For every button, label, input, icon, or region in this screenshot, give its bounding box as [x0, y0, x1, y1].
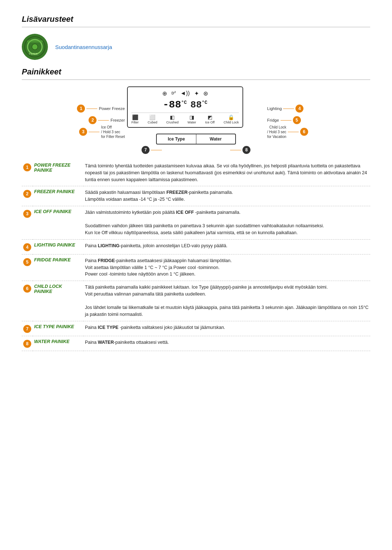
badge-7-row: 7	[142, 146, 162, 154]
panel-display: ⊕ ᴅ² ◄)) ✦ ⊛ -88°C 88°C ⬛	[127, 86, 243, 128]
desc-num-8: 8	[22, 336, 33, 351]
desc-name-1: POWER FREEZEPAINIKE	[33, 160, 83, 186]
desc-num-5: 5	[22, 254, 33, 281]
accessories-section: Lisävarusteet FILTER Suodantinasennussar…	[22, 15, 370, 60]
bottom-badges-row: 7 8	[127, 146, 265, 154]
desc-row-4: 4LIGHTING PAINIKEPaina LIGHTING-painiket…	[22, 239, 370, 254]
label-text-1: Power Freeze	[99, 106, 125, 111]
label-1: 1 Power Freeze	[77, 103, 125, 114]
accessory-image: FILTER	[22, 34, 48, 60]
connector-1	[86, 109, 97, 109]
badge-2: 2	[89, 116, 97, 124]
icon-sound: ◄))	[180, 90, 190, 97]
connector-5	[281, 120, 291, 121]
bottom-panel-wrapper: Ice Type Water	[127, 134, 265, 144]
badge-4: 4	[295, 105, 303, 113]
panel-top-icons: ⊕ ᴅ² ◄)) ✦ ⊛	[131, 90, 239, 97]
desc-row-2: 2FREEZER PAINIKESäädä pakastin haluamaas…	[22, 186, 370, 206]
label-4: Lighting 4	[267, 103, 303, 114]
buttons-section: Painikkeet 1 Power Freeze 2 Freezer 3	[22, 67, 370, 351]
icon-water: ◨ Water	[188, 114, 196, 124]
desc-num-6: 6	[22, 281, 33, 321]
badge-8-row: 8	[230, 146, 250, 154]
desc-num-4: 4	[22, 239, 33, 254]
connector-3	[89, 132, 99, 132]
icon-cubed: ⬜ Cubed	[148, 114, 158, 124]
icon-d2: ᴅ²	[171, 90, 176, 97]
label-text-6: Child Lock/ Hold 3 secfor Vacation	[267, 125, 286, 139]
icon-circle: ⊛	[203, 90, 208, 97]
icon-sun: ✦	[194, 90, 199, 97]
bottom-panel-right-label	[236, 134, 265, 144]
buttons-title: Painikkeet	[22, 67, 370, 77]
desc-badge-5: 5	[23, 258, 31, 266]
badge-5: 5	[293, 116, 301, 124]
desc-name-6: CHILD LOCKPAINIKE	[33, 281, 83, 321]
accessory-label: Suodantinasennussarja	[55, 44, 112, 50]
accessories-row: FILTER Suodantinasennussarja	[22, 34, 370, 60]
desc-row-8: 8WATER PAINIKEPaina WATER-painiketta ott…	[22, 336, 370, 351]
desc-text-4: Paina LIGHTING-painiketta, jolloin annos…	[83, 239, 370, 254]
badge-8: 8	[242, 146, 250, 154]
ice-type-cell: Ice Type	[157, 134, 196, 144]
control-panel: ⊕ ᴅ² ◄)) ✦ ⊛ -88°C 88°C ⬛	[127, 86, 265, 154]
desc-badge-6: 6	[23, 285, 31, 293]
desc-badge-3: 3	[23, 210, 31, 218]
badge-7: 7	[142, 146, 150, 154]
desc-name-5: FRIDGE PAINIKE	[33, 254, 83, 281]
desc-row-6: 6CHILD LOCKPAINIKETätä painiketta painam…	[22, 281, 370, 321]
badge-3: 3	[79, 128, 87, 136]
label-text-3: Ice Off/ Hold 3 secfor Filter Reset	[101, 125, 125, 139]
buttons-diagram: 1 Power Freeze 2 Freezer 3 Ice Off/ Hold…	[22, 86, 370, 154]
desc-text-6: Tätä painiketta painamalla kaikki painik…	[83, 281, 370, 321]
desc-text-7: Paina ICE TYPE -painiketta valitaksesi j…	[83, 321, 370, 336]
desc-name-8: WATER PAINIKE	[33, 336, 83, 351]
label-2: 2 Freezer	[89, 115, 125, 125]
svg-point-2	[32, 44, 38, 50]
left-labels: 1 Power Freeze 2 Freezer 3 Ice Off/ Hold…	[74, 103, 125, 137]
desc-num-2: 2	[22, 186, 33, 206]
accessories-title: Lisävarusteet	[22, 15, 370, 24]
label-5: Fridge 5	[267, 115, 301, 125]
icon-crushed: ◧ Crushed	[166, 114, 179, 124]
desc-num-1: 1	[22, 160, 33, 186]
icon-wifi: ⊕	[162, 90, 167, 97]
desc-text-3: Jään valmistustoiminto kytketään pois pä…	[83, 206, 370, 239]
desc-row-1: 1POWER FREEZEPAINIKETämä toiminto lyhent…	[22, 160, 370, 186]
desc-num-7: 7	[22, 321, 33, 336]
desc-badge-8: 8	[23, 340, 31, 348]
arrow-7	[151, 150, 162, 150]
desc-text-8: Paina WATER-painiketta ottaaksesi vettä.	[83, 336, 370, 351]
svg-text:FILTER: FILTER	[29, 53, 38, 55]
panel-temps: -88°C 88°C	[131, 99, 239, 110]
desc-text-2: Säädä pakastin haluamaasi lämpötilaan FR…	[83, 186, 370, 206]
desc-name-4: LIGHTING PAINIKE	[33, 239, 83, 254]
desc-name-3: ICE OFF PAINIKE	[33, 206, 83, 239]
buttons-divider	[22, 80, 370, 80]
desc-name-2: FREEZER PAINIKE	[33, 186, 83, 206]
badge-6: 6	[300, 128, 308, 136]
bottom-panel-left-label	[127, 134, 156, 144]
connector-4	[283, 109, 294, 109]
accessories-divider	[22, 27, 370, 27]
water-cell: Water	[196, 134, 236, 144]
desc-row-5: 5FRIDGE PAINIKEPaina FRIDGE-painiketta a…	[22, 254, 370, 281]
desc-row-7: 7ICE TYPE PAINIKEPaina ICE TYPE -painike…	[22, 321, 370, 336]
bottom-panel: Ice Type Water	[156, 134, 236, 144]
desc-num-3: 3	[22, 206, 33, 239]
svg-rect-3	[27, 40, 43, 42]
temp-right: 88°C	[191, 99, 208, 110]
label-text-5: Fridge	[267, 118, 279, 122]
desc-badge-1: 1	[23, 163, 31, 171]
panel-bottom-icons: ⬛ Filter ⬜ Cubed ◧ Crushed ◨	[131, 113, 239, 124]
connector-2	[98, 120, 109, 121]
desc-badge-4: 4	[23, 243, 31, 251]
connector-6	[288, 132, 299, 132]
desc-badge-7: 7	[23, 325, 31, 333]
desc-row-3: 3ICE OFF PAINIKEJään valmistustoiminto k…	[22, 206, 370, 239]
label-text-2: Freezer	[110, 118, 125, 122]
description-table: 1POWER FREEZEPAINIKETämä toiminto lyhent…	[22, 160, 370, 351]
desc-badge-2: 2	[23, 190, 31, 198]
arrow-8	[230, 150, 241, 150]
temp-left: -88°C	[163, 99, 187, 110]
